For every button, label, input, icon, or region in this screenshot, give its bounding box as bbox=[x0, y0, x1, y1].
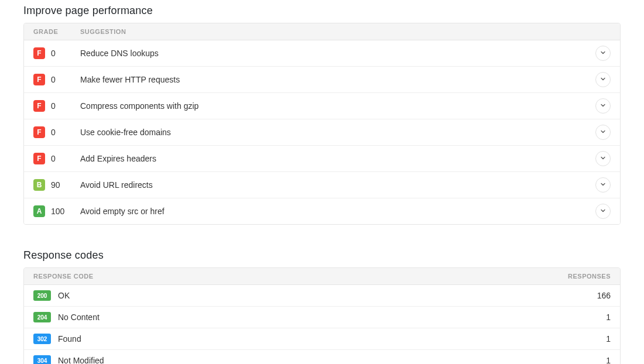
grade-cell: F0 bbox=[33, 126, 80, 138]
suggestion-text: Use cookie-free domains bbox=[80, 128, 595, 137]
chevron-down-icon bbox=[600, 102, 607, 111]
grade-cell: F0 bbox=[33, 153, 80, 164]
response-code-row: 302Found1 bbox=[24, 328, 620, 350]
expand-button[interactable] bbox=[595, 98, 611, 114]
expand-button[interactable] bbox=[595, 72, 611, 87]
response-count: 1 bbox=[540, 313, 611, 322]
performance-panel: GRADE SUGGESTION F0Reduce DNS lookupsF0M… bbox=[23, 23, 621, 225]
response-code-label: Not Modified bbox=[58, 356, 104, 364]
response-code-label: No Content bbox=[58, 313, 100, 322]
grade-badge: F bbox=[33, 47, 45, 59]
chevron-down-icon bbox=[600, 49, 607, 58]
chevron-down-icon bbox=[600, 181, 607, 190]
suggestion-text: Add Expires headers bbox=[80, 154, 595, 163]
suggestion-text: Reduce DNS lookups bbox=[80, 49, 595, 58]
chevron-down-icon bbox=[600, 75, 607, 84]
response-code-label: Found bbox=[58, 334, 81, 344]
expand-button[interactable] bbox=[595, 151, 611, 166]
expand-button[interactable] bbox=[595, 204, 611, 219]
response-code-label: OK bbox=[58, 291, 70, 300]
response-code-badge: 200 bbox=[33, 290, 51, 301]
grade-score: 90 bbox=[51, 180, 60, 190]
response-code-cell: 302Found bbox=[33, 334, 540, 344]
grade-badge: F bbox=[33, 153, 45, 164]
response-code-row: 200OK166 bbox=[24, 285, 620, 307]
grade-score: 0 bbox=[51, 49, 56, 58]
grade-badge: B bbox=[33, 179, 45, 191]
column-header-responses: RESPONSES bbox=[540, 273, 611, 280]
grade-cell: B90 bbox=[33, 179, 80, 191]
expand-button[interactable] bbox=[595, 125, 611, 140]
grade-cell: F0 bbox=[33, 47, 80, 59]
response-code-cell: 204No Content bbox=[33, 312, 540, 322]
grade-cell: F0 bbox=[33, 74, 80, 85]
suggestion-text: Avoid URL redirects bbox=[80, 180, 595, 190]
performance-section-title: Improve page performance bbox=[23, 5, 621, 17]
response-codes-panel: RESPONSE CODE RESPONSES 200OK166204No Co… bbox=[23, 267, 621, 364]
grade-cell: F0 bbox=[33, 100, 80, 112]
grade-score: 0 bbox=[51, 101, 56, 111]
grade-score: 0 bbox=[51, 154, 56, 163]
expand-button[interactable] bbox=[595, 46, 611, 61]
expand-button[interactable] bbox=[595, 177, 611, 193]
grade-badge: F bbox=[33, 100, 45, 112]
response-count: 166 bbox=[540, 291, 611, 300]
performance-row[interactable]: A100Avoid empty src or href bbox=[24, 198, 620, 224]
grade-score: 0 bbox=[51, 75, 56, 84]
response-count: 1 bbox=[540, 334, 611, 344]
response-code-cell: 200OK bbox=[33, 290, 540, 301]
grade-badge: F bbox=[33, 126, 45, 138]
performance-table-header: GRADE SUGGESTION bbox=[24, 23, 620, 40]
suggestion-text: Avoid empty src or href bbox=[80, 207, 595, 216]
grade-cell: A100 bbox=[33, 205, 80, 217]
grade-badge: F bbox=[33, 74, 45, 85]
suggestion-text: Compress components with gzip bbox=[80, 101, 595, 111]
response-code-badge: 304 bbox=[33, 355, 51, 364]
performance-row[interactable]: F0Make fewer HTTP requests bbox=[24, 67, 620, 93]
response-code-row: 304Not Modified1 bbox=[24, 350, 620, 364]
chevron-down-icon bbox=[600, 207, 607, 216]
performance-row[interactable]: B90Avoid URL redirects bbox=[24, 172, 620, 198]
response-count: 1 bbox=[540, 356, 611, 364]
response-code-badge: 302 bbox=[33, 334, 51, 344]
chevron-down-icon bbox=[600, 128, 607, 137]
column-header-grade: GRADE bbox=[33, 28, 80, 35]
response-code-badge: 204 bbox=[33, 312, 51, 322]
response-codes-section-title: Response codes bbox=[23, 249, 621, 262]
column-header-response-code: RESPONSE CODE bbox=[33, 273, 540, 280]
response-codes-table-header: RESPONSE CODE RESPONSES bbox=[24, 268, 620, 285]
grade-score: 0 bbox=[51, 128, 56, 137]
performance-row[interactable]: F0Use cookie-free domains bbox=[24, 119, 620, 146]
chevron-down-icon bbox=[600, 154, 607, 163]
response-code-cell: 304Not Modified bbox=[33, 355, 540, 364]
performance-row[interactable]: F0Reduce DNS lookups bbox=[24, 40, 620, 67]
performance-row[interactable]: F0Compress components with gzip bbox=[24, 93, 620, 119]
suggestion-text: Make fewer HTTP requests bbox=[80, 75, 595, 84]
grade-score: 100 bbox=[51, 207, 64, 216]
grade-badge: A bbox=[33, 205, 45, 217]
column-header-suggestion: SUGGESTION bbox=[80, 28, 611, 35]
response-code-row: 204No Content1 bbox=[24, 307, 620, 328]
performance-row[interactable]: F0Add Expires headers bbox=[24, 146, 620, 172]
